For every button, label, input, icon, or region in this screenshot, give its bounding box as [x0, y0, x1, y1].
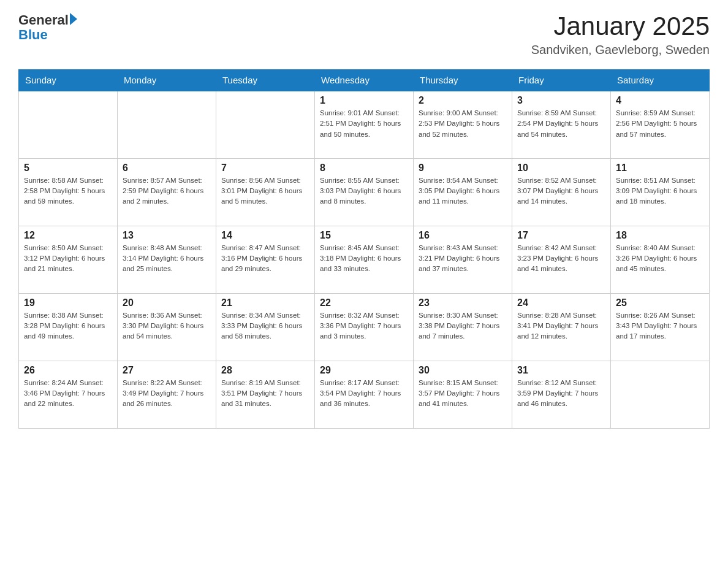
day-info: Sunrise: 8:45 AM Sunset: 3:18 PM Dayligh…	[320, 243, 408, 275]
day-info: Sunrise: 8:12 AM Sunset: 3:59 PM Dayligh…	[517, 378, 605, 410]
day-info: Sunrise: 8:26 AM Sunset: 3:43 PM Dayligh…	[616, 310, 704, 342]
logo: General Blue	[18, 12, 77, 44]
day-cell: 14Sunrise: 8:47 AM Sunset: 3:16 PM Dayli…	[216, 226, 315, 293]
day-info: Sunrise: 8:22 AM Sunset: 3:49 PM Dayligh…	[123, 378, 211, 410]
header-thursday: Thursday	[414, 70, 512, 91]
day-info: Sunrise: 8:43 AM Sunset: 3:21 PM Dayligh…	[419, 243, 507, 275]
day-cell: 30Sunrise: 8:15 AM Sunset: 3:57 PM Dayli…	[414, 361, 512, 428]
day-cell: 7Sunrise: 8:56 AM Sunset: 3:01 PM Daylig…	[216, 158, 315, 226]
day-number: 12	[24, 230, 112, 241]
day-cell: 13Sunrise: 8:48 AM Sunset: 3:14 PM Dayli…	[118, 226, 216, 293]
title-area: January 2025 Sandviken, Gaevleborg, Swed…	[531, 12, 710, 57]
day-info: Sunrise: 8:54 AM Sunset: 3:05 PM Dayligh…	[419, 175, 507, 207]
day-info: Sunrise: 8:59 AM Sunset: 2:56 PM Dayligh…	[616, 108, 704, 140]
day-cell: 22Sunrise: 8:32 AM Sunset: 3:36 PM Dayli…	[315, 293, 414, 361]
day-number: 2	[419, 95, 507, 106]
day-info: Sunrise: 8:36 AM Sunset: 3:30 PM Dayligh…	[123, 310, 211, 342]
header-wednesday: Wednesday	[315, 70, 414, 91]
calendar-body: 1Sunrise: 9:01 AM Sunset: 2:51 PM Daylig…	[19, 91, 710, 428]
header-friday: Friday	[512, 70, 611, 91]
day-number: 18	[616, 230, 704, 241]
day-cell: 17Sunrise: 8:42 AM Sunset: 3:23 PM Dayli…	[512, 226, 611, 293]
logo-arrow-icon	[70, 13, 77, 25]
header-row: SundayMondayTuesdayWednesdayThursdayFrid…	[19, 70, 710, 91]
day-cell: 19Sunrise: 8:38 AM Sunset: 3:28 PM Dayli…	[19, 293, 118, 361]
day-cell: 16Sunrise: 8:43 AM Sunset: 3:21 PM Dayli…	[414, 226, 512, 293]
day-number: 19	[24, 297, 112, 308]
calendar-title: January 2025	[531, 12, 710, 40]
header-sunday: Sunday	[19, 70, 118, 91]
day-cell: 4Sunrise: 8:59 AM Sunset: 2:56 PM Daylig…	[611, 91, 710, 158]
day-info: Sunrise: 8:17 AM Sunset: 3:54 PM Dayligh…	[320, 378, 408, 410]
day-info: Sunrise: 8:28 AM Sunset: 3:41 PM Dayligh…	[517, 310, 605, 342]
day-info: Sunrise: 8:59 AM Sunset: 2:54 PM Dayligh…	[517, 108, 605, 140]
day-number: 6	[123, 163, 211, 174]
day-cell	[118, 91, 216, 158]
page-header: General Blue January 2025 Sandviken, Gae…	[18, 12, 710, 57]
day-cell: 21Sunrise: 8:34 AM Sunset: 3:33 PM Dayli…	[216, 293, 315, 361]
day-number: 24	[517, 297, 605, 308]
week-row-4: 19Sunrise: 8:38 AM Sunset: 3:28 PM Dayli…	[19, 293, 710, 361]
day-cell: 5Sunrise: 8:58 AM Sunset: 2:58 PM Daylig…	[19, 158, 118, 226]
day-cell: 10Sunrise: 8:52 AM Sunset: 3:07 PM Dayli…	[512, 158, 611, 226]
day-number: 28	[221, 365, 309, 376]
day-info: Sunrise: 8:57 AM Sunset: 2:59 PM Dayligh…	[123, 175, 211, 207]
day-number: 29	[320, 365, 408, 376]
week-row-5: 26Sunrise: 8:24 AM Sunset: 3:46 PM Dayli…	[19, 361, 710, 428]
day-cell: 8Sunrise: 8:55 AM Sunset: 3:03 PM Daylig…	[315, 158, 414, 226]
header-monday: Monday	[118, 70, 216, 91]
day-cell	[611, 361, 710, 428]
day-number: 1	[320, 95, 408, 106]
day-number: 20	[123, 297, 211, 308]
day-cell: 2Sunrise: 9:00 AM Sunset: 2:53 PM Daylig…	[414, 91, 512, 158]
day-number: 7	[221, 163, 309, 174]
day-cell: 20Sunrise: 8:36 AM Sunset: 3:30 PM Dayli…	[118, 293, 216, 361]
day-number: 27	[123, 365, 211, 376]
day-cell: 29Sunrise: 8:17 AM Sunset: 3:54 PM Dayli…	[315, 361, 414, 428]
day-cell: 6Sunrise: 8:57 AM Sunset: 2:59 PM Daylig…	[118, 158, 216, 226]
day-number: 23	[419, 297, 507, 308]
day-info: Sunrise: 8:40 AM Sunset: 3:26 PM Dayligh…	[616, 243, 704, 275]
day-cell: 27Sunrise: 8:22 AM Sunset: 3:49 PM Dayli…	[118, 361, 216, 428]
day-cell: 15Sunrise: 8:45 AM Sunset: 3:18 PM Dayli…	[315, 226, 414, 293]
day-info: Sunrise: 8:15 AM Sunset: 3:57 PM Dayligh…	[419, 378, 507, 410]
day-info: Sunrise: 8:51 AM Sunset: 3:09 PM Dayligh…	[616, 175, 704, 207]
week-row-3: 12Sunrise: 8:50 AM Sunset: 3:12 PM Dayli…	[19, 226, 710, 293]
day-info: Sunrise: 8:30 AM Sunset: 3:38 PM Dayligh…	[419, 310, 507, 342]
header-tuesday: Tuesday	[216, 70, 315, 91]
logo-blue: Blue	[18, 27, 48, 42]
day-number: 9	[419, 163, 507, 174]
day-number: 14	[221, 230, 309, 241]
calendar-header: SundayMondayTuesdayWednesdayThursdayFrid…	[19, 70, 710, 91]
day-info: Sunrise: 8:50 AM Sunset: 3:12 PM Dayligh…	[24, 243, 112, 275]
day-number: 26	[24, 365, 112, 376]
day-number: 31	[517, 365, 605, 376]
day-number: 22	[320, 297, 408, 308]
day-number: 13	[123, 230, 211, 241]
day-info: Sunrise: 8:19 AM Sunset: 3:51 PM Dayligh…	[221, 378, 309, 410]
day-cell: 28Sunrise: 8:19 AM Sunset: 3:51 PM Dayli…	[216, 361, 315, 428]
day-cell: 3Sunrise: 8:59 AM Sunset: 2:54 PM Daylig…	[512, 91, 611, 158]
day-number: 10	[517, 163, 605, 174]
day-number: 30	[419, 365, 507, 376]
day-cell: 26Sunrise: 8:24 AM Sunset: 3:46 PM Dayli…	[19, 361, 118, 428]
day-cell	[216, 91, 315, 158]
day-number: 15	[320, 230, 408, 241]
day-info: Sunrise: 8:24 AM Sunset: 3:46 PM Dayligh…	[24, 378, 112, 410]
day-number: 3	[517, 95, 605, 106]
day-cell	[19, 91, 118, 158]
day-cell: 23Sunrise: 8:30 AM Sunset: 3:38 PM Dayli…	[414, 293, 512, 361]
logo-general: General	[18, 12, 69, 28]
day-info: Sunrise: 8:55 AM Sunset: 3:03 PM Dayligh…	[320, 175, 408, 207]
header-saturday: Saturday	[611, 70, 710, 91]
day-number: 4	[616, 95, 704, 106]
week-row-2: 5Sunrise: 8:58 AM Sunset: 2:58 PM Daylig…	[19, 158, 710, 226]
week-row-1: 1Sunrise: 9:01 AM Sunset: 2:51 PM Daylig…	[19, 91, 710, 158]
day-number: 5	[24, 163, 112, 174]
day-cell: 24Sunrise: 8:28 AM Sunset: 3:41 PM Dayli…	[512, 293, 611, 361]
day-cell: 11Sunrise: 8:51 AM Sunset: 3:09 PM Dayli…	[611, 158, 710, 226]
day-number: 8	[320, 163, 408, 174]
day-cell: 18Sunrise: 8:40 AM Sunset: 3:26 PM Dayli…	[611, 226, 710, 293]
day-cell: 1Sunrise: 9:01 AM Sunset: 2:51 PM Daylig…	[315, 91, 414, 158]
calendar-table: SundayMondayTuesdayWednesdayThursdayFrid…	[18, 69, 710, 429]
